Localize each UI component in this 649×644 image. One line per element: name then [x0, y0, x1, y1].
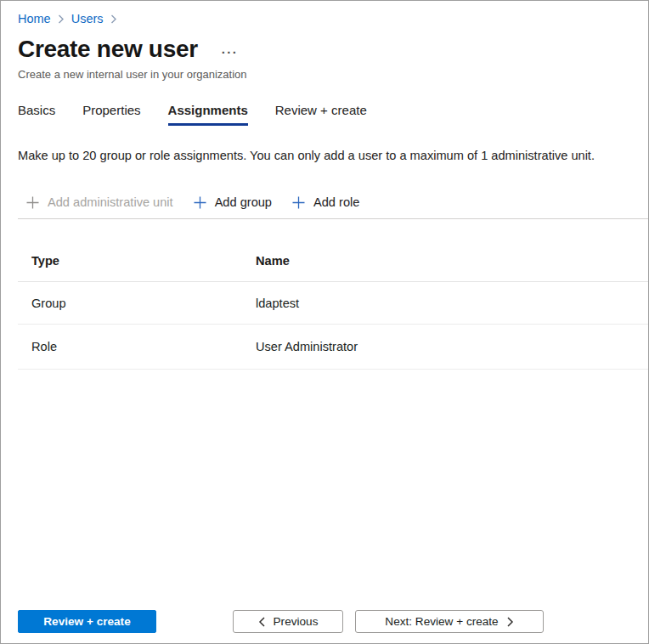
cell-type: Group [31, 297, 256, 310]
page-subtitle: Create a new internal user in your organ… [18, 68, 648, 81]
title-row: Create new user ··· [18, 36, 648, 63]
column-header-type: Type [31, 254, 256, 268]
tab-basics[interactable]: Basics [18, 103, 55, 126]
previous-button[interactable]: Previous [233, 610, 343, 633]
previous-button-label: Previous [274, 615, 319, 628]
plus-icon [26, 196, 39, 209]
ellipsis-icon: ··· [222, 45, 239, 59]
breadcrumb-link-users[interactable]: Users [71, 12, 104, 25]
add-administrative-unit-button: Add administrative unit [26, 195, 173, 209]
breadcrumb: Home Users [18, 12, 648, 25]
add-group-button[interactable]: Add group [194, 195, 272, 209]
toolbar-item-label: Add group [215, 195, 272, 209]
chevron-left-icon [258, 617, 266, 627]
cell-name: ldaptest [256, 297, 648, 310]
chevron-right-icon [110, 14, 117, 24]
add-role-button[interactable]: Add role [292, 195, 359, 209]
assignments-toolbar: Add administrative unit Add group Add ro… [18, 195, 648, 219]
tab-properties[interactable]: Properties [82, 103, 140, 126]
tab-assignments[interactable]: Assignments [168, 103, 248, 126]
assignments-table: Type Name Group ldaptest Role User Admin… [18, 240, 648, 370]
next-button-label: Next: Review + create [385, 615, 498, 628]
plus-icon [292, 196, 305, 209]
chevron-right-icon [58, 14, 65, 24]
more-options-button[interactable]: ··· [222, 46, 239, 59]
create-new-user-blade: Home Users Create new user ··· Create a … [0, 0, 649, 644]
cell-name: User Administrator [256, 340, 648, 353]
table-header-row: Type Name [18, 240, 648, 282]
breadcrumb-link-home[interactable]: Home [18, 12, 51, 25]
plus-icon [194, 196, 206, 209]
column-header-name: Name [256, 254, 648, 268]
table-row[interactable]: Group ldaptest [18, 282, 648, 325]
cell-type: Role [31, 340, 256, 353]
table-row[interactable]: Role User Administrator [18, 325, 648, 370]
chevron-right-icon [506, 617, 514, 627]
tab-review-create[interactable]: Review + create [275, 103, 367, 126]
review-create-button[interactable]: Review + create [18, 610, 156, 633]
assignments-description: Make up to 20 group or role assignments.… [18, 149, 648, 162]
page-title: Create new user [18, 36, 198, 63]
toolbar-item-label: Add role [313, 195, 359, 209]
next-review-create-button[interactable]: Next: Review + create [355, 610, 544, 633]
tab-bar: Basics Properties Assignments Review + c… [18, 103, 648, 126]
toolbar-item-label: Add administrative unit [48, 195, 173, 209]
review-create-button-label: Review + create [43, 615, 130, 628]
